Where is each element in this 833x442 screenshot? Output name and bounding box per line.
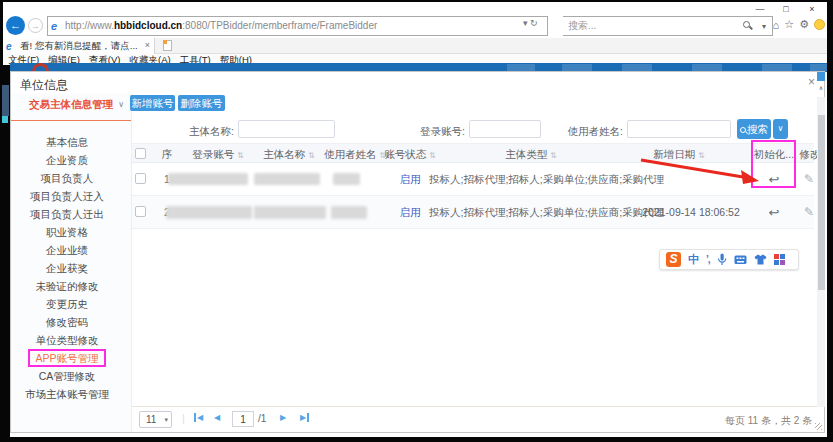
forward-button[interactable]: → xyxy=(28,18,43,33)
tab-favicon: e xyxy=(6,39,12,54)
home-icon[interactable]: ⌂ xyxy=(773,19,780,31)
col-status[interactable]: 账号状态 ⇅ xyxy=(371,144,449,164)
sidebar-item-market-subject-account[interactable]: 市场主体账号管理 xyxy=(11,385,123,403)
page-size-select[interactable]: 11▾ xyxy=(139,411,172,428)
tab-bar: e 看! 您有新消息提醒，请点... × xyxy=(3,38,827,54)
add-account-button[interactable]: 新增账号 xyxy=(130,95,175,111)
sidebar-item-ca-mgmt-change[interactable]: CA管理修改 xyxy=(11,367,123,385)
init-reset-icon[interactable]: ↩ xyxy=(759,196,789,229)
tab-close-icon[interactable]: × xyxy=(145,38,150,53)
page-number-input[interactable]: 1 xyxy=(232,411,254,427)
col-seq: 序 xyxy=(157,144,177,164)
keyboard-icon[interactable] xyxy=(734,255,747,265)
redacted-user-name xyxy=(331,206,367,219)
annotation-red-arrow xyxy=(637,156,769,190)
search-more-button[interactable]: ∨ xyxy=(773,119,788,139)
first-page-button[interactable]: ◀ xyxy=(194,413,203,422)
sidebar-item-professional-qual[interactable]: 职业资格 xyxy=(11,223,123,241)
dropdown-icon: ▾ xyxy=(164,412,168,427)
search-dropdown-icon[interactable]: ▾ xyxy=(762,18,766,36)
close-window-button[interactable]: × xyxy=(799,3,825,15)
sidebar-item-qualification[interactable]: 企业资质 xyxy=(11,151,123,169)
feedback-smiley-icon[interactable] xyxy=(814,19,825,30)
subject-type-cell: 投标人;招标代理;招标人;采购单位;供应商;采购代理 xyxy=(429,163,664,196)
col-login[interactable]: 登录账号 ⇅ xyxy=(178,144,258,164)
select-all-checkbox[interactable] xyxy=(135,148,146,159)
scrollbar[interactable]: ∧ xyxy=(817,97,825,407)
row-checkbox[interactable] xyxy=(135,173,146,184)
sidebar-item-change-password[interactable]: 修改密码 xyxy=(11,313,123,331)
sidebar-item-pm-move-in[interactable]: 项目负责人迁入 xyxy=(11,187,123,205)
record-count-summary: 每页 11 条，共 2 条 xyxy=(725,414,812,428)
date-cell: 2021-09-14 18:06:52 xyxy=(641,196,741,229)
ime-more-grid-icon[interactable] xyxy=(774,254,785,265)
subject-name-label: 主体名称: xyxy=(152,125,234,139)
scrollbar-thumb[interactable] xyxy=(818,115,825,290)
tab-title: 看! 您有新消息提醒，请点... xyxy=(20,40,138,51)
search-icon xyxy=(740,127,746,133)
next-page-button[interactable]: ▶ xyxy=(280,413,286,422)
sort-icon: ⇅ xyxy=(550,151,557,160)
desktop-notch xyxy=(2,116,8,123)
sidebar-item-project-manager[interactable]: 项目负责人 xyxy=(11,169,123,187)
sidebar-item-app-account-mgmt[interactable]: APP账号管理 xyxy=(11,349,123,367)
favorites-icon[interactable]: ☆ xyxy=(784,18,794,31)
ime-mode-icon[interactable]: 中 xyxy=(688,252,699,267)
app-account-highlight-box: APP账号管理 xyxy=(28,349,105,367)
sidebar-underline xyxy=(11,120,131,121)
dialog-title: 单位信息 xyxy=(20,77,68,94)
login-account-input[interactable] xyxy=(469,120,541,138)
chevron-down-icon: ∨ xyxy=(118,100,124,109)
sidebar-item-change-history[interactable]: 变更历史 xyxy=(11,295,123,313)
browser-window: — □ × ← → ehttp://www.hbbidcloud.cn:8080… xyxy=(3,2,827,63)
microphone-icon[interactable] xyxy=(717,253,727,266)
url-dropdown-icon: ▾ xyxy=(523,18,528,28)
redacted-login-account xyxy=(168,173,248,185)
divider: | xyxy=(182,412,185,424)
search-button[interactable]: 搜索 xyxy=(737,119,771,139)
skin-shirt-icon[interactable] xyxy=(754,254,767,265)
browser-tab[interactable]: e 看! 您有新消息提醒，请点... × xyxy=(3,38,155,54)
row-checkbox[interactable] xyxy=(135,206,146,217)
scroll-up-icon[interactable]: ∧ xyxy=(817,84,825,91)
sidebar-header[interactable]: 交易主体信息管理 xyxy=(11,98,131,113)
user-name-input[interactable] xyxy=(627,120,731,138)
delete-account-button[interactable]: 删除账号 xyxy=(178,95,225,111)
url-domain: hbbidcloud.cn xyxy=(114,20,182,31)
main-content: 新增账号 删除账号 主体名称: 登录账号: 使用者姓名: 搜索 ∨ 序 登录账号… xyxy=(132,94,824,432)
sogou-ime-toolbar[interactable]: S 中 ’, xyxy=(659,249,799,270)
sidebar-item-pm-move-out[interactable]: 项目负责人迁出 xyxy=(11,205,123,223)
sidebar-item-basic-info[interactable]: 基本信息 xyxy=(11,133,123,151)
sogou-logo-icon[interactable]: S xyxy=(666,252,681,267)
pagination-bar: 11▾ | ◀ ◀ 1 /1 ▶ ▶ 每页 11 条，共 2 条 xyxy=(132,406,824,432)
scrollbar-cap xyxy=(817,72,825,81)
address-bar[interactable]: ehttp://www.hbbidcloud.cn:8080/TPBidder/… xyxy=(47,16,548,36)
refresh-icon: ↻ xyxy=(530,18,538,28)
sidebar-item-unit-type-change[interactable]: 单位类型修改 xyxy=(11,331,123,349)
web-page: 单位信息 × 交易主体信息管理 ∨ 基本信息 企业资质 项目负责人 项目负责人迁… xyxy=(10,63,827,437)
col-type[interactable]: 主体类型 ⇅ xyxy=(491,144,571,164)
dialog-close-icon[interactable]: × xyxy=(808,75,815,89)
sidebar-item-awards[interactable]: 企业获奖 xyxy=(11,259,123,277)
last-page-button[interactable]: ▶ xyxy=(300,413,309,422)
edit-pencil-icon[interactable]: ✎ xyxy=(799,196,819,229)
sidebar-item-performance[interactable]: 企业业绩 xyxy=(11,241,123,259)
subject-name-input[interactable] xyxy=(238,120,335,138)
sidebar-item-unverified-changes[interactable]: 未验证的修改 xyxy=(11,277,123,295)
maximize-button[interactable]: □ xyxy=(773,3,799,15)
login-account-label: 登录账号: xyxy=(387,125,465,139)
edit-pencil-icon[interactable]: ✎ xyxy=(799,163,819,196)
ime-punctuation-icon[interactable]: ’, xyxy=(706,252,710,267)
prev-page-button[interactable]: ◀ xyxy=(214,413,220,422)
new-tab-button[interactable] xyxy=(163,40,172,51)
sort-icon: ⇅ xyxy=(237,151,244,160)
resize-grip-icon xyxy=(815,423,822,430)
back-button[interactable]: ← xyxy=(6,16,25,35)
unit-info-dialog: 单位信息 × 交易主体信息管理 ∨ 基本信息 企业资质 项目负责人 项目负责人迁… xyxy=(10,71,825,433)
url-prefix: http://www. xyxy=(65,20,114,31)
browser-search-input[interactable]: 搜索... ▾ xyxy=(563,16,773,36)
minimize-button[interactable]: — xyxy=(747,3,773,15)
search-icon[interactable] xyxy=(743,21,750,28)
settings-gear-icon[interactable]: ⚙ xyxy=(799,18,809,31)
address-bar-tools[interactable]: ▾ ↻ xyxy=(523,18,538,28)
